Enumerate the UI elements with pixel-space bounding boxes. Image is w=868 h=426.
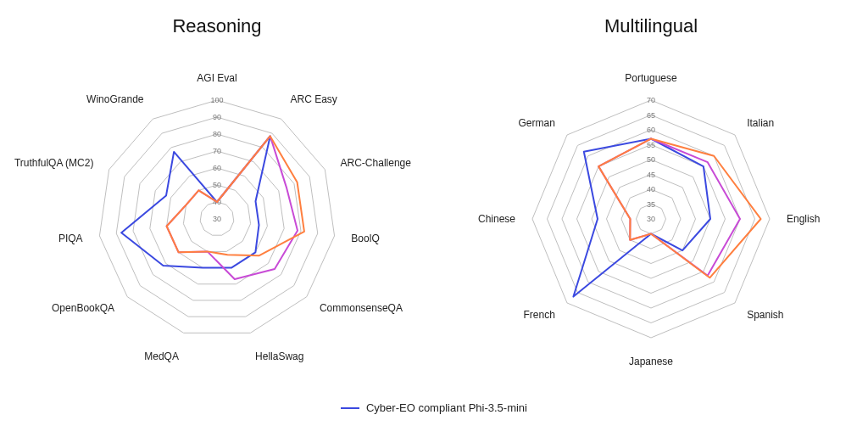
svg-text:PIQA: PIQA (58, 233, 83, 244)
svg-text:90: 90 (213, 113, 221, 121)
svg-text:50: 50 (647, 155, 655, 164)
svg-text:MedQA: MedQA (144, 350, 179, 362)
svg-text:35: 35 (647, 200, 655, 209)
legend: Cyber-EO compliant Phi-3.5-mini (0, 401, 868, 426)
svg-text:100: 100 (210, 96, 223, 104)
svg-text:Japanese: Japanese (629, 356, 673, 367)
svg-text:60: 60 (647, 126, 655, 134)
svg-text:Chinese: Chinese (478, 213, 515, 225)
svg-text:70: 70 (213, 147, 221, 155)
svg-text:30: 30 (647, 215, 655, 223)
svg-text:WinoGrande: WinoGrande (86, 93, 144, 105)
svg-text:50: 50 (213, 181, 221, 189)
svg-text:30: 30 (213, 215, 221, 223)
multilingual-chart: Multilingual 303540455055606570Portugues… (448, 15, 854, 384)
svg-text:Spanish: Spanish (747, 309, 783, 321)
svg-text:HellaSwag: HellaSwag (255, 350, 303, 362)
svg-text:TruthfulQA (MC2): TruthfulQA (MC2) (14, 157, 94, 169)
svg-text:BoolQ: BoolQ (351, 233, 379, 244)
svg-text:65: 65 (647, 111, 655, 120)
svg-text:Italian: Italian (747, 117, 774, 129)
svg-text:Portuguese: Portuguese (625, 72, 677, 84)
svg-text:OpenBookQA: OpenBookQA (52, 302, 114, 314)
svg-text:ARC Easy: ARC Easy (291, 93, 337, 105)
multilingual-title: Multilingual (604, 15, 698, 37)
svg-text:AGI Eval: AGI Eval (197, 72, 236, 84)
svg-text:ARC-Challenge: ARC-Challenge (341, 157, 412, 169)
svg-text:40: 40 (647, 185, 655, 193)
legend-swatch (341, 407, 359, 409)
page: Reasoning 30405060708090100AGI EvalARC E… (0, 0, 868, 426)
reasoning-radar-svg: 30405060708090100AGI EvalARC EasyARC-Cha… (14, 44, 420, 384)
svg-text:CommonsenseQA: CommonsenseQA (320, 302, 403, 314)
svg-text:German: German (519, 117, 555, 129)
svg-text:French: French (524, 309, 555, 321)
svg-text:English: English (787, 213, 820, 225)
svg-text:45: 45 (647, 171, 655, 179)
svg-text:55: 55 (647, 141, 655, 149)
charts-row: Reasoning 30405060708090100AGI EvalARC E… (0, 0, 868, 401)
legend-label: Cyber-EO compliant Phi-3.5-mini (366, 401, 527, 414)
reasoning-chart: Reasoning 30405060708090100AGI EvalARC E… (14, 15, 420, 384)
svg-text:70: 70 (647, 96, 655, 104)
reasoning-title: Reasoning (172, 15, 261, 37)
svg-text:60: 60 (213, 164, 221, 172)
multilingual-radar-svg: 303540455055606570PortugueseItalianEngli… (448, 44, 854, 384)
svg-text:80: 80 (213, 130, 221, 138)
